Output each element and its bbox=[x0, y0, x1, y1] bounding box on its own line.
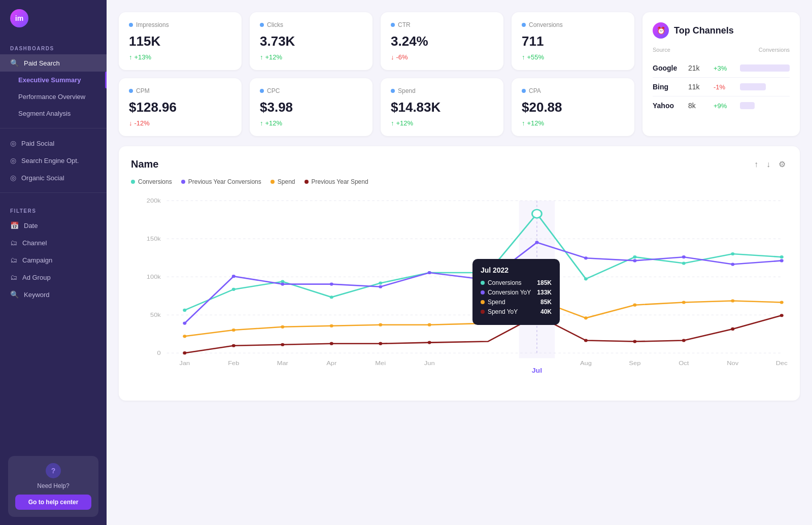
filters-label: FILTERS bbox=[0, 199, 107, 217]
svg-text:Jun: Jun bbox=[424, 360, 435, 367]
svg-point-70 bbox=[731, 327, 734, 331]
paid-search-icon: 🔍 bbox=[10, 59, 19, 67]
svg-point-24 bbox=[183, 309, 186, 312]
filter-label: Date bbox=[24, 222, 38, 229]
sidebar-item-organic-social[interactable]: ◎ Organic Social bbox=[0, 169, 107, 186]
metric-impressions: Impressions 115K ↑ +13% bbox=[119, 12, 242, 70]
spend-change: ↑ +12% bbox=[391, 119, 493, 127]
svg-point-67 bbox=[584, 339, 588, 342]
sidebar-item-label: Paid Search bbox=[24, 59, 60, 67]
sidebar-bottom: ? Need Help? Go to help center bbox=[0, 448, 107, 525]
conversions-value: 711 bbox=[522, 34, 624, 49]
svg-text:Dec: Dec bbox=[776, 360, 788, 367]
sidebar-item-search-engine-opt[interactable]: ◎ Search Engine Opt. bbox=[0, 152, 107, 169]
top-channels-header: ⏰ Top Channels bbox=[653, 22, 790, 39]
cpa-dot bbox=[522, 89, 526, 93]
svg-point-53 bbox=[428, 323, 431, 326]
main-content: Impressions 115K ↑ +13% Clicks 3.73K bbox=[107, 0, 812, 525]
conversions-label: Conversions bbox=[529, 21, 563, 28]
sidebar-item-label: Search Engine Opt. bbox=[21, 157, 79, 165]
ctr-dot bbox=[391, 23, 395, 27]
legend-dot bbox=[181, 180, 185, 184]
cpc-change: ↑ +12% bbox=[260, 119, 362, 127]
up-arrow: ↑ bbox=[260, 53, 263, 61]
svg-point-46 bbox=[731, 262, 734, 266]
clicks-change: ↑ +12% bbox=[260, 53, 362, 61]
sidebar-divider-2 bbox=[0, 192, 107, 193]
impressions-change: ↑ +13% bbox=[129, 53, 231, 61]
svg-point-30 bbox=[532, 210, 542, 218]
sidebar-item-executive-summary[interactable]: Executive Summary bbox=[0, 72, 107, 88]
svg-point-51 bbox=[330, 324, 333, 327]
sidebar-item-paid-search[interactable]: 🔍 Paid Search bbox=[0, 54, 107, 72]
channel-change: -1% bbox=[714, 83, 735, 91]
active-bar bbox=[105, 72, 107, 88]
conversions-dot bbox=[522, 23, 526, 27]
chart-container: 200k 150k 100k 50k 0 Jan Feb Mar Apr Mei… bbox=[131, 195, 788, 388]
channels-icon: ⏰ bbox=[653, 22, 669, 39]
svg-point-25 bbox=[232, 288, 235, 291]
svg-text:200k: 200k bbox=[147, 198, 161, 204]
legend-dot bbox=[270, 180, 275, 184]
channel-bar bbox=[740, 64, 790, 72]
chart-download-button[interactable]: ↓ bbox=[764, 158, 772, 170]
sidebar-item-label: Paid Social bbox=[21, 140, 54, 147]
svg-point-58 bbox=[731, 299, 734, 302]
svg-point-62 bbox=[281, 343, 284, 346]
channel-name: Yahoo bbox=[653, 102, 683, 110]
sidebar-filter-date[interactable]: 📅 Date bbox=[0, 217, 107, 234]
sidebar-filter-keyword[interactable]: 🔍 Keyword bbox=[0, 286, 107, 303]
ctr-value: 3.24% bbox=[391, 34, 493, 49]
ctr-label: CTR bbox=[398, 21, 411, 28]
sidebar: im DASHBOARDS 🔍 Paid Search Executive Su… bbox=[0, 0, 107, 525]
filter-label: Channel bbox=[22, 239, 47, 247]
legend-prev-conversions: Previous Year Conversions bbox=[181, 178, 261, 185]
channel-name: Bing bbox=[653, 83, 683, 91]
keyword-icon: 🔍 bbox=[10, 290, 19, 299]
sidebar-filter-channel[interactable]: 🗂 Channel bbox=[0, 234, 107, 251]
sidebar-item-performance-overview[interactable]: Performance Overview bbox=[0, 88, 107, 105]
help-center-button[interactable]: Go to help center bbox=[15, 495, 91, 510]
svg-point-56 bbox=[633, 304, 636, 307]
chart-actions: ↑ ↓ ⚙ bbox=[752, 158, 788, 170]
svg-point-38 bbox=[281, 283, 284, 286]
metric-conversions: Conversions 711 ↑ +55% bbox=[512, 12, 634, 70]
legend-prev-spend: Previous Year Spend bbox=[304, 178, 368, 185]
sidebar-item-segment-analysis[interactable]: Segment Analysis bbox=[0, 105, 107, 122]
help-text: Need Help? bbox=[15, 482, 91, 489]
metric-ctr: CTR 3.24% ↓ -6% bbox=[381, 12, 503, 70]
svg-point-61 bbox=[232, 344, 235, 347]
metrics-row-1: Impressions 115K ↑ +13% Clicks 3.73K bbox=[119, 12, 634, 70]
svg-text:150k: 150k bbox=[147, 236, 161, 242]
ad-group-icon: 🗂 bbox=[10, 273, 17, 281]
channel-bar bbox=[740, 102, 755, 109]
svg-text:Oct: Oct bbox=[679, 360, 689, 367]
legend-label: Previous Year Conversions bbox=[188, 178, 261, 185]
metric-cpm: CPM $128.96 ↓ -12% bbox=[119, 78, 242, 136]
chart-upload-button[interactable]: ↑ bbox=[752, 158, 760, 170]
channel-change: +9% bbox=[714, 102, 735, 110]
sidebar-item-paid-social[interactable]: ◎ Paid Social bbox=[0, 135, 107, 152]
impressions-dot bbox=[129, 23, 133, 27]
conversions-change: ↑ +55% bbox=[522, 53, 624, 61]
svg-text:50k: 50k bbox=[150, 312, 161, 318]
sidebar-filter-campaign[interactable]: 🗂 Campaign bbox=[0, 251, 107, 269]
svg-point-40 bbox=[379, 285, 382, 288]
cpm-label: CPM bbox=[136, 87, 150, 94]
help-icon: ? bbox=[46, 463, 61, 478]
filter-label: Campaign bbox=[22, 256, 52, 264]
conversions-col-label: Conversions bbox=[759, 47, 790, 53]
filter-label: Ad Group bbox=[22, 274, 51, 281]
down-arrow: ↓ bbox=[391, 53, 394, 61]
ctr-change: ↓ -6% bbox=[391, 53, 493, 61]
chart-settings-button[interactable]: ⚙ bbox=[776, 158, 788, 170]
svg-point-69 bbox=[682, 339, 686, 342]
metric-spend: Spend $14.83K ↑ +12% bbox=[381, 78, 503, 136]
svg-point-39 bbox=[330, 283, 333, 286]
svg-point-36 bbox=[183, 322, 186, 325]
svg-point-49 bbox=[232, 329, 235, 332]
svg-point-64 bbox=[379, 342, 382, 345]
sidebar-filter-ad-group[interactable]: 🗂 Ad Group bbox=[0, 269, 107, 286]
cpa-label: CPA bbox=[529, 87, 541, 94]
cpa-change: ↑ +12% bbox=[522, 119, 624, 127]
